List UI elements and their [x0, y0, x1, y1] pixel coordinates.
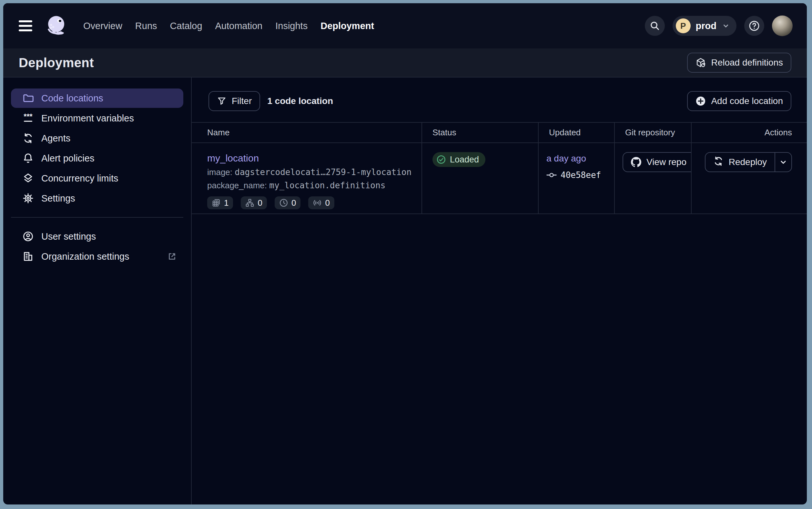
sidebar-item-concurrency-limits[interactable]: Concurrency limits — [11, 169, 183, 188]
status-cell: Loaded — [421, 143, 538, 213]
sidebar-item-code-locations[interactable]: Code locations — [11, 89, 183, 108]
code-locations-panel: Filter 1 code location Add code location… — [192, 77, 807, 505]
desktop-background: Overview Runs Catalog Automation Insight… — [0, 0, 812, 509]
column-header-updated: Updated — [538, 123, 614, 142]
sensors-count-icon — [313, 198, 322, 207]
navbar-right-group: P prod — [645, 15, 792, 36]
package-line: package_name: my_location.definitions — [207, 180, 421, 191]
dagster-logo-icon[interactable] — [44, 14, 68, 38]
table-header-row: Name Status Updated Git repository Actio… — [192, 123, 807, 142]
redeploy-split-button: Redeploy — [705, 152, 792, 172]
user-avatar[interactable] — [772, 15, 792, 36]
code-locations-table: Name Status Updated Git repository Actio… — [192, 122, 807, 214]
actions-cell: Redeploy — [691, 143, 807, 213]
deployment-sidebar: Code locations *** Environment variables — [3, 77, 192, 505]
jobs-count-value: 0 — [258, 198, 262, 208]
nav-item-automation[interactable]: Automation — [214, 18, 264, 34]
external-link-icon — [167, 251, 177, 261]
nav-item-runs[interactable]: Runs — [134, 18, 158, 34]
sidebar-item-organization-settings[interactable]: Organization settings — [11, 247, 183, 266]
nav-item-deployment[interactable]: Deployment — [319, 18, 375, 34]
env-vars-icon: *** — [23, 113, 34, 124]
updated-link[interactable]: a day ago — [546, 154, 586, 163]
refresh-icon — [713, 156, 724, 169]
schedules-count-value: 0 — [291, 198, 296, 208]
reload-definitions-button[interactable]: Reload definitions — [687, 53, 791, 73]
sidebar-item-environment-variables[interactable]: *** Environment variables — [11, 108, 183, 128]
deployment-switcher[interactable]: P prod — [673, 16, 736, 36]
commit-icon — [546, 170, 557, 180]
svg-text:***: *** — [24, 113, 33, 121]
page-title: Deployment — [19, 56, 94, 70]
column-header-name: Name — [192, 123, 421, 142]
question-circle-icon — [748, 20, 760, 32]
deployment-initial-badge: P — [676, 19, 691, 33]
sidebar-item-label: Concurrency limits — [41, 173, 118, 184]
assets-count-badge[interactable]: 1 — [207, 196, 233, 209]
redeploy-label: Redeploy — [729, 157, 767, 167]
git-repository-cell: View repo — [614, 143, 691, 213]
status-label: Loaded — [450, 155, 479, 165]
redeploy-menu-button[interactable] — [775, 153, 791, 171]
check-circle-icon — [436, 155, 446, 164]
filter-button[interactable]: Filter — [209, 91, 260, 111]
sensors-count-value: 0 — [325, 198, 330, 208]
add-code-location-label: Add code location — [711, 96, 783, 106]
column-header-status: Status — [421, 123, 538, 142]
sidebar-item-settings[interactable]: Settings — [11, 189, 183, 208]
building-icon — [23, 251, 34, 262]
sidebar-item-label: Organization settings — [41, 251, 129, 262]
assets-count-value: 1 — [224, 198, 228, 208]
status-badge: Loaded — [433, 152, 485, 167]
user-circle-icon — [23, 231, 34, 242]
search-button[interactable] — [645, 16, 665, 36]
sidebar-item-agents[interactable]: Agents — [11, 129, 183, 148]
nav-item-catalog[interactable]: Catalog — [169, 18, 204, 34]
reload-definitions-label: Reload definitions — [711, 58, 783, 68]
schedules-count-badge[interactable]: 0 — [274, 196, 300, 209]
image-value: dagstercodelocati…2759-1-mylocation — [235, 167, 411, 177]
search-icon — [650, 21, 660, 31]
primary-nav: Overview Runs Catalog Automation Insight… — [82, 18, 375, 34]
hamburger-menu-icon[interactable] — [19, 20, 32, 31]
app-window: Overview Runs Catalog Automation Insight… — [3, 3, 807, 505]
help-button[interactable] — [744, 16, 764, 36]
sidebar-item-label: Agents — [41, 133, 70, 144]
commit-row: 40e58eef — [546, 170, 614, 180]
schedules-count-icon — [279, 198, 288, 207]
deployment-switcher-label: prod — [696, 21, 716, 31]
view-repo-button[interactable]: View repo — [623, 152, 691, 172]
top-navbar: Overview Runs Catalog Automation Insight… — [3, 3, 807, 48]
sidebar-item-user-settings[interactable]: User settings — [11, 227, 183, 246]
sidebar-item-label: User settings — [41, 231, 96, 242]
sidebar-item-label: Code locations — [41, 93, 103, 104]
box-reload-icon — [696, 58, 706, 68]
plus-circle-icon — [696, 96, 706, 106]
nav-item-overview[interactable]: Overview — [82, 18, 123, 34]
image-line: image: dagstercodelocati…2759-1-mylocati… — [207, 167, 421, 177]
filter-icon — [217, 96, 227, 106]
add-code-location-button[interactable]: Add code location — [687, 91, 791, 111]
chevron-down-icon — [722, 22, 730, 30]
sensors-count-badge[interactable]: 0 — [308, 196, 334, 209]
bell-icon — [23, 153, 34, 164]
sidebar-item-alert-policies[interactable]: Alert policies — [11, 148, 183, 168]
package-value: my_location.definitions — [269, 180, 385, 190]
sidebar-item-label: Alert policies — [41, 153, 94, 164]
redeploy-button[interactable]: Redeploy — [705, 153, 775, 171]
filter-label: Filter — [232, 96, 252, 106]
sidebar-item-label: Environment variables — [41, 113, 134, 124]
code-locations-toolbar: Filter 1 code location Add code location — [192, 77, 807, 122]
column-header-actions: Actions — [691, 123, 807, 142]
nav-item-insights[interactable]: Insights — [274, 18, 309, 34]
package-label: package_name: — [207, 180, 267, 190]
gear-icon — [23, 193, 34, 204]
github-icon — [631, 157, 641, 167]
code-location-link[interactable]: my_location — [207, 153, 259, 163]
commit-hash[interactable]: 40e58eef — [561, 170, 601, 180]
sidebar-divider — [11, 217, 183, 218]
updated-cell: a day ago 40e58eef — [538, 143, 614, 213]
code-location-count: 1 code location — [267, 96, 333, 106]
image-label: image: — [207, 167, 232, 177]
jobs-count-badge[interactable]: 0 — [241, 196, 267, 209]
